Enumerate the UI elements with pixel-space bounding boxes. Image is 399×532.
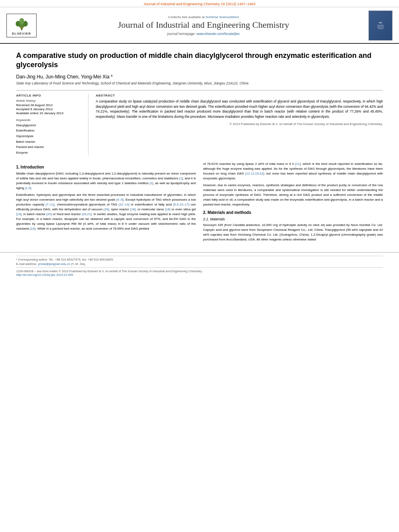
- journal-cover-thumbnail: JIEC Industrial & Engineering Chemistry: [368, 10, 393, 41]
- received-date: Received 28 August 2012: [16, 103, 83, 107]
- body-content: 1. Introduction Middle chain diacylglyce…: [16, 162, 383, 244]
- page-footer: * Corresponding author. Tel.: +86 510 85…: [0, 252, 399, 278]
- ref-21[interactable]: [21]: [295, 162, 300, 166]
- section1-text: Middle chain diacylglycerol (DAG, includ…: [16, 171, 196, 231]
- journal-header: ELSEVIER Contents lists available at Sci…: [0, 7, 399, 44]
- elsevier-logo: ELSEVIER: [6, 14, 39, 37]
- abstract-heading: ABSTRACT: [96, 94, 383, 97]
- ref-12-22[interactable]: [12,13,19,22]: [245, 172, 264, 175]
- keyword-2: Esterification: [16, 128, 83, 134]
- ref-18b[interactable]: [18]: [165, 207, 170, 211]
- keyword-4: Batch reactor: [16, 139, 83, 145]
- ref-7-11[interactable]: [7–11]: [46, 203, 55, 206]
- elsevier-tree-icon: [12, 16, 32, 31]
- author-email[interactable]: ymxia@jiangnan.edu.cn: [38, 262, 70, 266]
- article-info-heading: ARTICLE INFO: [16, 94, 83, 97]
- ref-4-6[interactable]: [4–6]: [116, 198, 123, 201]
- copyright-line: © 2013 Published by Elsevier B.V. on beh…: [96, 122, 383, 127]
- ref-12-14[interactable]: [12–14]: [119, 203, 130, 206]
- section2-title: 2. Materials and methods: [203, 210, 383, 215]
- ref-20[interactable]: [20]: [47, 212, 52, 216]
- keywords-list: Diacylglycerol Esterification Glycerolys…: [16, 123, 83, 156]
- footnote-email: E-mail address: ymxia@jiangnan.edu.cn (Y…: [16, 262, 383, 266]
- sciverse-line: Contents lists available at SciVerse Sci…: [43, 15, 364, 19]
- footer-divider-2: [16, 267, 383, 268]
- keywords-label: Keywords:: [16, 118, 83, 122]
- ref-5-17[interactable]: [5,6,15–17]: [173, 203, 189, 206]
- affiliation: State Key Laboratory of Food Science and…: [16, 81, 383, 85]
- article-info-col: ARTICLE INFO Article history: Received 2…: [16, 94, 88, 156]
- doi-link[interactable]: http://dx.doi.org/10.1016/j.jiec.2013.01…: [16, 273, 73, 277]
- journal-bar: Journal of Industrial and Engineering Ch…: [0, 0, 399, 7]
- keyword-3: Glycerolysis: [16, 134, 83, 139]
- section1-title: 1. Introduction: [16, 165, 196, 169]
- elsevier-wordmark: ELSEVIER: [12, 32, 31, 35]
- footer-divider: [16, 256, 383, 256]
- keyword-5: Packed bed reactor: [16, 144, 83, 150]
- journal-homepage: journal homepage: www.elsevier.com/locat…: [43, 32, 364, 36]
- ref-18a[interactable]: [18]: [130, 207, 136, 211]
- ref-1[interactable]: [1]: [179, 177, 183, 180]
- article-content: A comparative study on production of mid…: [0, 44, 399, 248]
- ref-18-21[interactable]: [18,21]: [82, 212, 91, 216]
- section1-col2-text: of 76.61% reached by using lipase 2 wt% …: [203, 162, 383, 207]
- body-col-right: of 76.61% reached by using lipase 2 wt% …: [203, 162, 383, 244]
- issn-line: 1226-086X/$ – see front matter © 2013 Pu…: [16, 269, 383, 273]
- authors: Dan-Jing Hu, Jun-Ming Chen, Yong-Mei Xia…: [16, 74, 383, 80]
- svg-rect-5: [21, 27, 23, 29]
- abstract-text: A comparative study on lipase catalyzed …: [96, 99, 383, 127]
- accepted-date: Accepted 8 January 2013: [16, 107, 83, 111]
- ref-16[interactable]: [16]: [104, 207, 109, 211]
- article-title: A comparative study on production of mid…: [16, 51, 383, 70]
- journal-bar-text: Journal of Industrial and Engineering Ch…: [144, 2, 255, 6]
- subsection21-text: Novozym 435 (from Candida antarctica, 10…: [203, 223, 383, 242]
- ref-1-3[interactable]: [1,3]: [25, 186, 31, 190]
- article-info-abstract: ARTICLE INFO Article history: Received 2…: [16, 90, 383, 156]
- ref-16b[interactable]: [16]: [30, 227, 35, 230]
- journal-homepage-link[interactable]: www.elsevier.com/locate/jiec: [197, 32, 240, 36]
- footnote-star: * Corresponding author. Tel.: +86 510 85…: [16, 258, 383, 261]
- subsection21-title: 2.1. Materials: [203, 217, 383, 221]
- keyword-1: Diacylglycerol: [16, 123, 83, 128]
- svg-point-4: [19, 18, 24, 25]
- ref-19[interactable]: [19]: [16, 212, 21, 216]
- body-col-left: 1. Introduction Middle chain diacylglyce…: [16, 162, 196, 244]
- doi-line: http://dx.doi.org/10.1016/j.jiec.2013.01…: [16, 273, 383, 277]
- ref-2[interactable]: [2]: [150, 181, 153, 185]
- keyword-6: Enzyme: [16, 150, 83, 156]
- journal-title: Journal of Industrial and Engineering Ch…: [43, 20, 364, 30]
- sciverse-link[interactable]: SciVerse ScienceDirect: [206, 15, 239, 19]
- abstract-col: ABSTRACT A comparative study on lipase c…: [96, 94, 383, 156]
- history-label: Article history:: [16, 99, 83, 103]
- journal-title-section: Contents lists available at SciVerse Sci…: [39, 15, 368, 35]
- available-date: Available online 16 January 2013: [16, 111, 83, 115]
